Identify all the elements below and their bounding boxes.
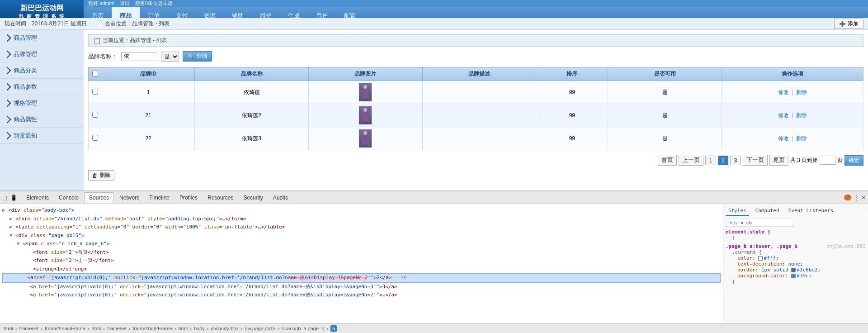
search-button[interactable]: 🔍 查询 <box>183 51 212 62</box>
delete-button[interactable]: 🗑 删除 <box>88 170 114 181</box>
col-brand-desc: 品牌描述 <box>422 67 536 81</box>
styles-prop-background: background-color: #39c; <box>737 273 866 279</box>
delete-link[interactable]: 删除 <box>796 135 807 142</box>
breadcrumb-frameset[interactable]: frameset <box>19 326 38 331</box>
separator: | <box>792 112 793 119</box>
breadcrumb-html3[interactable]: html <box>178 326 188 331</box>
devtools-close-icon[interactable]: ✕ <box>861 195 866 201</box>
sidebar-item-params[interactable]: 商品参数 <box>0 79 84 95</box>
page-1[interactable]: 1 <box>705 156 716 165</box>
tab-timeline[interactable]: Timeline <box>145 193 174 203</box>
page-3[interactable]: 3 <box>730 156 741 165</box>
styles-prop-color: color: #fff; <box>737 255 866 261</box>
styles-tab-events[interactable]: Event Listeners <box>786 206 836 216</box>
dom-line: <a href='javascript:void(0);' onclick="j… <box>2 291 721 300</box>
delete-link[interactable]: 删除 <box>796 112 807 119</box>
svg-point-1 <box>363 108 367 112</box>
tab-elements[interactable]: Elements <box>22 193 53 203</box>
styles-filter-input[interactable] <box>726 219 793 227</box>
breadcrumb-div-page[interactable]: div.page.pb15 <box>245 326 276 331</box>
sidebar-item-goods-management[interactable]: 商品管理 <box>0 30 84 46</box>
breadcrumb-a[interactable]: a <box>330 325 337 332</box>
cell-id: 1 <box>102 81 195 104</box>
tab-profiles[interactable]: Profiles <box>175 193 202 203</box>
page-prev[interactable]: 上一页 <box>679 155 703 166</box>
select-all-checkbox[interactable] <box>92 71 98 76</box>
pagination: 首页 上一页 1 2 3 下一页 尾页 共 3 页到第 页 确定 <box>88 155 863 166</box>
dom-line: ▼ <span class="r inb_a page_b"> <box>2 240 721 248</box>
separator: | <box>792 135 793 142</box>
dom-line: ▶ <form action="/brand/list.do" method="… <box>2 215 721 224</box>
delete-icon: 🗑 <box>92 172 98 179</box>
page-jump-input[interactable] <box>820 156 835 165</box>
condition-select[interactable]: 是 否 <box>161 52 179 62</box>
breadcrumb-frame-right[interactable]: frame#rightFrame <box>132 326 172 331</box>
cell-actions: 修改 | 删除 <box>722 104 863 127</box>
svg-point-2 <box>363 131 367 135</box>
styles-rule-element: element.style { } <box>726 229 866 241</box>
breadcrumb-frameset2[interactable]: frameset <box>107 326 127 331</box>
styles-selector-2: .page_b a:hover, .page_b <box>726 243 797 249</box>
styles-prop-text-decoration: text-decoration: none; <box>737 261 866 267</box>
tab-security[interactable]: Security <box>239 193 267 203</box>
search-input[interactable] <box>121 52 157 61</box>
sidebar-item-specs[interactable]: 规格管理 <box>0 95 84 111</box>
messages-link[interactable]: 您有0条信息未读 <box>135 0 173 7</box>
dom-line-highlighted[interactable]: <a href='javascript:void(0);' onclick="j… <box>2 273 721 283</box>
styles-closing: } <box>726 235 866 241</box>
page-first[interactable]: 首页 <box>658 155 677 166</box>
styles-tab-styles[interactable]: Styles <box>726 206 749 216</box>
brand-image <box>359 83 372 101</box>
breadcrumb-span[interactable]: span.inb_a page_b <box>282 326 325 331</box>
app-logo: 新巴巴运动网 电 商 管 理 系 统 <box>0 0 84 18</box>
edit-link[interactable]: 修改 <box>778 135 789 142</box>
add-button[interactable]: ➕ 添加 <box>834 19 863 29</box>
tab-console[interactable]: Console <box>54 193 83 203</box>
devtools-more-icon[interactable]: ⋮ <box>854 195 859 201</box>
tab-sources[interactable]: Sources <box>84 192 114 203</box>
devtools-icon-inspect[interactable]: ⬚ <box>2 195 7 201</box>
delete-link[interactable]: 删除 <box>796 89 807 95</box>
cell-img <box>308 104 422 127</box>
cell-enabled: 是 <box>608 81 722 104</box>
tab-network[interactable]: Network <box>115 193 144 203</box>
cell-actions: 修改 | 删除 <box>722 81 863 104</box>
breadcrumb-frame-main[interactable]: frame#mainFrame <box>45 326 85 331</box>
cell-actions: 修改 | 删除 <box>722 127 863 150</box>
breadcrumb-html2[interactable]: html <box>91 326 101 331</box>
styles-filter <box>726 219 866 227</box>
breadcrumb-body[interactable]: body <box>194 326 205 331</box>
cell-desc <box>422 127 536 150</box>
edit-link[interactable]: 修改 <box>778 89 789 95</box>
search-label: 品牌名称： <box>88 52 118 61</box>
cell-enabled: 是 <box>608 104 722 127</box>
edit-link[interactable]: 修改 <box>778 112 789 119</box>
sidebar-item-attributes[interactable]: 商品属性 <box>0 111 84 128</box>
row-checkbox[interactable] <box>92 135 98 141</box>
page-unit: 页 <box>837 157 843 164</box>
devtools-actions: 7 ⋮ ✕ <box>844 195 866 201</box>
tab-resources[interactable]: Resources <box>203 193 238 203</box>
tab-audits[interactable]: Audits <box>269 193 292 203</box>
arrow-icon <box>4 50 11 58</box>
page-last[interactable]: 尾页 <box>769 155 788 166</box>
breadcrumb-div-body-box[interactable]: div.body-box <box>211 326 239 331</box>
table-row: 1 依琦莲 99 是 修改 | 删除 <box>89 81 863 104</box>
page-next[interactable]: 下一页 <box>743 155 768 166</box>
page-confirm[interactable]: 确定 <box>844 155 863 166</box>
col-brand-id: 品牌ID <box>102 67 195 81</box>
sidebar-item-brand-management[interactable]: 品牌管理 <box>0 46 84 62</box>
page-breadcrumb: 📋 当前位置：品牌管理 - 列表 <box>88 34 863 47</box>
sidebar-item-arrival[interactable]: 到货通知 <box>0 128 84 144</box>
logout-link[interactable]: 退出 <box>120 0 130 7</box>
devtools-icon-mobile[interactable]: 📱 <box>10 195 17 201</box>
breadcrumb-html[interactable]: html <box>4 326 13 331</box>
styles-tab-computed[interactable]: Computed <box>753 206 782 216</box>
search-icon: 🔍 <box>188 53 194 60</box>
cell-sort: 99 <box>536 104 608 127</box>
row-checkbox[interactable] <box>92 89 98 95</box>
cell-sort: 99 <box>536 81 608 104</box>
page-2[interactable]: 2 <box>718 156 728 165</box>
sidebar-item-category[interactable]: 商品分类 <box>0 62 84 79</box>
row-checkbox[interactable] <box>92 112 98 118</box>
